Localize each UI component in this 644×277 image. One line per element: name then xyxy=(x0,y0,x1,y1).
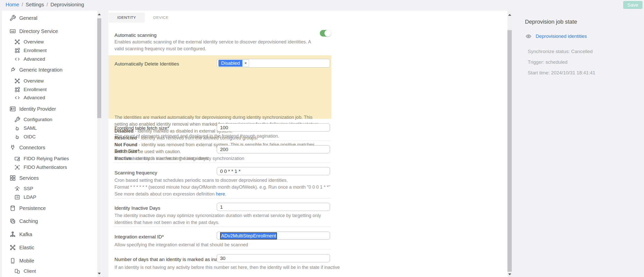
sidebar-item-mobile[interactable]: Mobile xyxy=(9,257,34,264)
identity-inactive-days-input[interactable]: 1 xyxy=(217,203,330,211)
deprovisioned-identities-row[interactable]: Deprovisioned identities xyxy=(525,33,587,39)
sidebar-item-label: Enrollment xyxy=(24,48,47,53)
integration-external-id-input[interactable]: ADv2MultiStepEnrollment xyxy=(217,232,330,240)
job-status-line: Trigger: scheduled xyxy=(528,59,568,65)
automatic-scanning-description: Enables automatic scanning of the extern… xyxy=(114,39,318,52)
auto-delete-multiselect-input[interactable]: Disabled × xyxy=(217,59,330,68)
frontend-table-fetch-size-description: The count of elements retrieved and disp… xyxy=(114,133,343,140)
sidebar-item-ssp[interactable]: SSP xyxy=(14,185,33,192)
sidebar-item-fido-authenticators[interactable]: FIDO Authenticators xyxy=(14,164,67,171)
key-icon xyxy=(14,134,20,140)
devices-icon xyxy=(14,268,20,274)
batch-size-label: Batch Size* xyxy=(114,148,139,154)
sidebar-item-label: Kafka xyxy=(19,232,32,237)
sidebar-item-label: Identity Provider xyxy=(19,106,56,112)
sidebar-scrollbar-thumb[interactable] xyxy=(97,18,101,118)
browser-lock-icon xyxy=(14,156,20,162)
ad-badge-icon: AD xyxy=(9,28,16,35)
sidebar-item-advanced[interactable]: Advanced xyxy=(14,56,45,63)
kafka-icon xyxy=(9,231,16,238)
sidebar-item-label: SAML xyxy=(24,125,37,131)
cron-definition-link[interactable]: here xyxy=(216,191,225,197)
home-user-icon xyxy=(14,186,20,192)
sidebar-scroll-down-icon[interactable] xyxy=(97,271,101,275)
breadcrumb: Home/Settings/Deprovisioning xyxy=(6,2,84,8)
sidebar-item-general[interactable]: General xyxy=(9,14,37,22)
breadcrumb-item-settings[interactable]: Settings xyxy=(26,2,44,7)
scanning-frequency-description-line: Cron based setting that schedules period… xyxy=(114,177,288,184)
sidebar-item-configuration[interactable]: Configuration xyxy=(14,116,52,123)
sidebar-scroll-up-icon[interactable] xyxy=(97,12,101,16)
batch-size-input[interactable]: 200 xyxy=(217,145,330,153)
nodes-icon xyxy=(14,39,20,45)
chip-remove-icon[interactable]: × xyxy=(242,60,249,67)
chip-label: Disabled xyxy=(219,60,242,67)
integration-external-id-description: Allow specifying the integration externa… xyxy=(114,241,343,248)
main-scroll-down-icon[interactable] xyxy=(507,272,512,276)
workflow-icon xyxy=(14,87,20,93)
row-divider xyxy=(113,249,331,250)
row-divider xyxy=(113,227,331,227)
integration-external-id-label: Integration external ID* xyxy=(114,234,164,240)
sidebar-item-label: FIDO Relying Parties xyxy=(24,156,69,161)
sidebar-item-enrollment[interactable]: Enrollment xyxy=(14,86,47,93)
sidebar-item-generic-integration[interactable]: Generic Integration xyxy=(9,66,62,73)
cache-icon xyxy=(9,218,16,224)
database-icon xyxy=(9,205,16,211)
sidebar-scrollbar-track[interactable] xyxy=(97,11,101,277)
sidebar-item-label: Connectors xyxy=(19,145,45,151)
row-divider xyxy=(113,198,331,199)
main-scroll-up-icon[interactable] xyxy=(507,13,512,17)
sidebar-item-label: Caching xyxy=(19,218,38,224)
sidebar-item-label: FIDO Authenticators xyxy=(24,165,67,170)
sidebar-item-client[interactable]: Client xyxy=(14,268,36,275)
scanning-frequency-input[interactable]: 0 0 * * 1 * xyxy=(217,167,330,175)
sidebar-item-identity-provider[interactable]: Identity Provider xyxy=(9,105,56,112)
frontend-table-fetch-size-input[interactable]: 100 xyxy=(217,123,330,132)
sidebar-item-directory-service[interactable]: ADDirectory Service xyxy=(9,28,58,35)
sidebar-item-overview[interactable]: Overview xyxy=(14,38,44,45)
sidebar-item-label: LDAP xyxy=(24,194,36,200)
sidebar-item-advanced[interactable]: Advanced xyxy=(14,94,45,101)
sidebar-item-saml[interactable]: SAML xyxy=(14,125,37,132)
sidebar-item-services[interactable]: Services xyxy=(9,174,39,182)
workflow-icon xyxy=(14,47,20,54)
sidebar-item-label: Mobile xyxy=(19,258,34,264)
tab-identity[interactable]: IDENTITY xyxy=(109,12,145,23)
main-scrollbar-track[interactable] xyxy=(507,11,512,277)
sidebar-item-enrollment[interactable]: Enrollment xyxy=(14,47,47,54)
job-status-line: Start time: 2024/10/31 18:41:41 xyxy=(528,70,595,76)
tab-device[interactable]: DEVICE xyxy=(145,12,177,23)
sidebar-item-connectors[interactable]: Connectors xyxy=(9,144,45,151)
number-of-days-that-an-identity-is-marked-as-inactive-description: If an identity is not having any activit… xyxy=(114,264,368,271)
breadcrumb-item-home[interactable]: Home xyxy=(6,2,19,7)
eye-icon xyxy=(525,33,532,39)
app-window: Home/Settings/Deprovisioning Save Genera… xyxy=(0,0,644,277)
code-icon xyxy=(14,95,20,101)
scanning-frequency-label: Scanning frequency xyxy=(114,170,157,176)
sidebar-item-label: Enrollment xyxy=(24,87,47,92)
sidebar-item-label: OIDC xyxy=(24,134,36,140)
sidebar-item-fido-relying-parties[interactable]: FIDO Relying Parties xyxy=(14,155,69,162)
sidebar-item-kafka[interactable]: Kafka xyxy=(9,231,32,238)
deprovisioned-identities-link[interactable]: Deprovisioned identities xyxy=(536,34,587,39)
sidebar-item-oidc[interactable]: OIDC xyxy=(14,133,36,140)
top-bar: Home/Settings/Deprovisioning Save xyxy=(0,0,644,11)
save-button[interactable]: Save xyxy=(623,1,642,9)
frontend-table-fetch-size-label: Frontend table fetch size* xyxy=(114,125,169,131)
sidebar-item-label: SSP xyxy=(24,186,33,191)
automatic-scanning-label: Automatic scanning xyxy=(114,32,157,38)
settings-panel: IDENTITYDEVICE Automatic scanning Enable… xyxy=(108,11,512,277)
sidebar-item-caching[interactable]: Caching xyxy=(9,218,38,225)
sidebar-item-overview[interactable]: Overview xyxy=(14,77,44,85)
sidebar-item-persistence[interactable]: Persistence xyxy=(9,205,46,212)
sidebar-item-ldap[interactable]: LDAP xyxy=(14,194,36,201)
number-of-days-that-an-identity-is-marked-as-inactive-input[interactable]: 30 xyxy=(217,254,330,262)
batch-size-description: The database batch size fetching during … xyxy=(114,155,343,162)
main-scrollbar-thumb[interactable] xyxy=(507,30,512,272)
sidebar-item-elastic[interactable]: Elastic xyxy=(9,244,34,251)
breadcrumb-separator: / xyxy=(46,2,48,7)
automatic-scanning-toggle[interactable] xyxy=(320,30,331,37)
number-of-days-that-an-identity-is-marked-as-inactive-label: Number of days that an identity is marke… xyxy=(114,257,229,262)
job-state-title: Deprovision job state xyxy=(525,19,577,25)
